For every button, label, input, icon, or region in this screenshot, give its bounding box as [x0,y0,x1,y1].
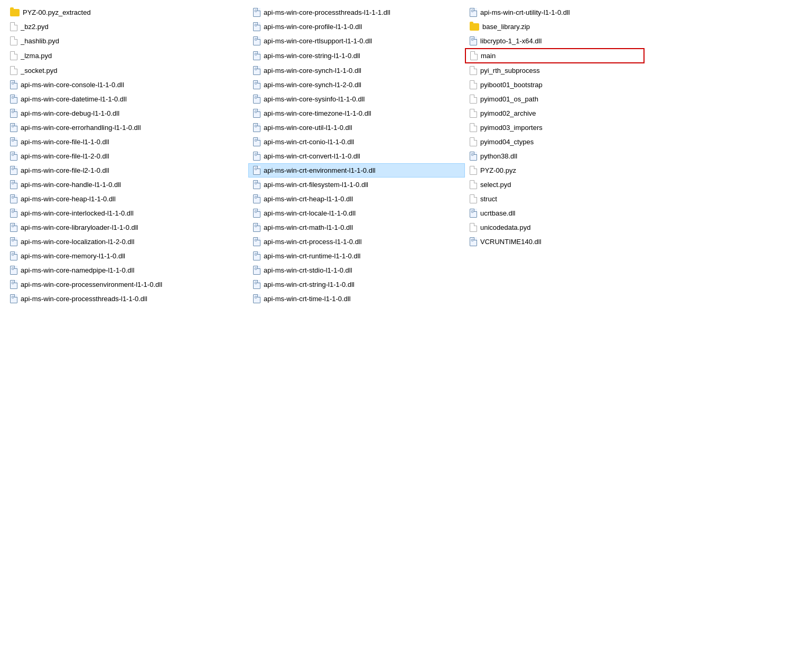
list-item[interactable]: api-ms-win-core-console-l1-1-0.dll [5,78,248,92]
file-label: api-ms-win-core-profile-l1-1-0.dll [264,23,362,31]
list-item[interactable]: api-ms-win-crt-environment-l1-1-0.dll [248,163,465,178]
dll-file-icon [10,194,17,203]
plain-file-icon [470,166,477,175]
list-item[interactable]: struct [465,192,645,206]
file-label: api-ms-win-core-interlocked-l1-1-0.dll [21,209,134,217]
list-item[interactable]: main [465,48,645,63]
list-item[interactable]: pyimod01_os_path [465,92,645,106]
list-item[interactable]: api-ms-win-core-profile-l1-1-0.dll [248,20,465,34]
list-item[interactable]: api-ms-win-core-processthreads-l1-1-1.dl… [248,5,465,20]
list-item[interactable]: pyimod03_importers [465,120,645,135]
list-item[interactable]: libcrypto-1_1-x64.dll [465,34,645,48]
file-label: python38.dll [480,152,517,160]
file-label: unicodedata.pyd [480,223,530,231]
dll-file-icon [470,152,477,161]
file-label: api-ms-win-core-processenvironment-l1-1-… [21,281,162,288]
file-label: pyimod01_os_path [480,95,538,103]
list-item[interactable]: api-ms-win-core-memory-l1-1-0.dll [5,249,248,263]
dll-file-icon [253,8,260,17]
list-item[interactable]: api-ms-win-crt-filesystem-l1-1-0.dll [248,178,465,192]
dll-file-icon [253,36,260,45]
dll-file-icon [10,123,17,132]
list-item[interactable]: api-ms-win-crt-stdio-l1-1-0.dll [248,263,465,277]
list-item[interactable]: python38.dll [465,149,645,163]
list-item[interactable]: VCRUNTIME140.dll [465,235,645,249]
plain-file-icon [10,51,17,60]
file-label: api-ms-win-core-timezone-l1-1-0.dll [264,109,371,117]
list-item[interactable]: ucrtbase.dll [465,206,645,220]
folder-icon [10,9,20,16]
file-label: api-ms-win-core-synch-l1-1-0.dll [264,67,361,74]
file-label: api-ms-win-crt-convert-l1-1-0.dll [264,152,360,160]
list-item[interactable]: api-ms-win-core-processenvironment-l1-1-… [5,277,248,292]
list-item[interactable]: api-ms-win-core-sysinfo-l1-1-0.dll [248,92,465,106]
file-label: main [481,52,496,60]
dll-file-icon [10,109,17,118]
file-label: pyimod04_ctypes [480,138,534,146]
list-item[interactable]: api-ms-win-core-rtlsupport-l1-1-0.dll [248,34,465,48]
file-label: pyimod03_importers [480,124,543,132]
file-label: api-ms-win-core-libraryloader-l1-1-0.dll [21,223,138,231]
list-item[interactable]: api-ms-win-crt-locale-l1-1-0.dll [248,206,465,220]
list-item[interactable]: api-ms-win-core-interlocked-l1-1-0.dll [5,206,248,220]
list-item[interactable]: api-ms-win-core-synch-l1-1-0.dll [248,63,465,78]
file-label: api-ms-win-core-rtlsupport-l1-1-0.dll [264,37,372,45]
list-item[interactable]: api-ms-win-core-string-l1-1-0.dll [248,48,465,63]
list-item[interactable]: api-ms-win-crt-utility-l1-1-0.dll [465,5,645,20]
list-item[interactable]: api-ms-win-core-namedpipe-l1-1-0.dll [5,263,248,277]
list-item[interactable]: select.pyd [465,178,645,192]
list-item[interactable]: pyi_rth_subprocess [465,63,645,78]
list-item[interactable]: unicodedata.pyd [465,220,645,235]
list-item[interactable]: api-ms-win-crt-conio-l1-1-0.dll [248,135,465,149]
dll-file-icon [253,166,260,175]
list-item[interactable]: api-ms-win-core-datetime-l1-1-0.dll [5,92,248,106]
dll-file-icon [10,152,17,161]
list-item[interactable]: api-ms-win-core-synch-l1-2-0.dll [248,78,465,92]
list-item[interactable]: api-ms-win-crt-convert-l1-1-0.dll [248,149,465,163]
list-item[interactable]: api-ms-win-core-localization-l1-2-0.dll [5,235,248,249]
file-label: api-ms-win-crt-heap-l1-1-0.dll [264,195,353,203]
list-item[interactable]: pyimod02_archive [465,106,645,120]
list-item[interactable]: api-ms-win-crt-string-l1-1-0.dll [248,277,465,292]
list-item[interactable]: api-ms-win-core-file-l1-1-0.dll [5,135,248,149]
list-item[interactable]: api-ms-win-core-errorhandling-l1-1-0.dll [5,120,248,135]
list-item[interactable]: _lzma.pyd [5,48,248,63]
list-item[interactable]: base_library.zip [465,20,645,34]
list-item[interactable]: _bz2.pyd [5,20,248,34]
list-item[interactable]: api-ms-win-crt-runtime-l1-1-0.dll [248,249,465,263]
list-item[interactable]: api-ms-win-core-processthreads-l1-1-0.dl… [5,292,248,306]
list-item[interactable]: pyiboot01_bootstrap [465,78,645,92]
list-item[interactable]: api-ms-win-core-heap-l1-1-0.dll [5,192,248,206]
list-item[interactable]: api-ms-win-core-handle-l1-1-0.dll [5,178,248,192]
dll-file-icon [253,95,260,104]
file-label: libcrypto-1_1-x64.dll [480,37,542,45]
list-item[interactable]: api-ms-win-crt-heap-l1-1-0.dll [248,192,465,206]
list-item[interactable]: api-ms-win-crt-time-l1-1-0.dll [248,292,465,306]
file-label: api-ms-win-core-processthreads-l1-1-0.dl… [21,295,147,303]
dll-file-icon [470,237,477,246]
list-item[interactable]: PYZ-00.pyz [465,163,645,178]
file-label: api-ms-win-crt-string-l1-1-0.dll [264,281,354,288]
plain-file-icon [470,194,477,203]
list-item[interactable]: api-ms-win-core-timezone-l1-1-0.dll [248,106,465,120]
list-item[interactable]: api-ms-win-core-file-l2-1-0.dll [5,163,248,178]
dll-file-icon [10,137,17,146]
list-item[interactable]: _socket.pyd [5,63,248,78]
dll-file-icon [10,237,17,246]
file-label: _socket.pyd [21,67,57,74]
list-item[interactable]: api-ms-win-crt-math-l1-1-0.dll [248,220,465,235]
list-item[interactable]: api-ms-win-crt-process-l1-1-0.dll [248,235,465,249]
list-item[interactable]: PYZ-00.pyz_extracted [5,5,248,20]
file-label: api-ms-win-crt-process-l1-1-0.dll [264,238,362,246]
list-item[interactable]: pyimod04_ctypes [465,135,645,149]
file-label: api-ms-win-crt-math-l1-1-0.dll [264,223,353,231]
dll-file-icon [470,36,477,45]
folder-icon [470,23,479,31]
list-item[interactable]: _hashlib.pyd [5,34,248,48]
list-item[interactable]: api-ms-win-core-libraryloader-l1-1-0.dll [5,220,248,235]
list-item[interactable]: api-ms-win-core-file-l1-2-0.dll [5,149,248,163]
file-list: PYZ-00.pyz_extractedapi-ms-win-core-proc… [0,5,812,306]
list-item[interactable]: api-ms-win-core-util-l1-1-0.dll [248,120,465,135]
plain-file-icon [10,22,17,31]
list-item[interactable]: api-ms-win-core-debug-l1-1-0.dll [5,106,248,120]
